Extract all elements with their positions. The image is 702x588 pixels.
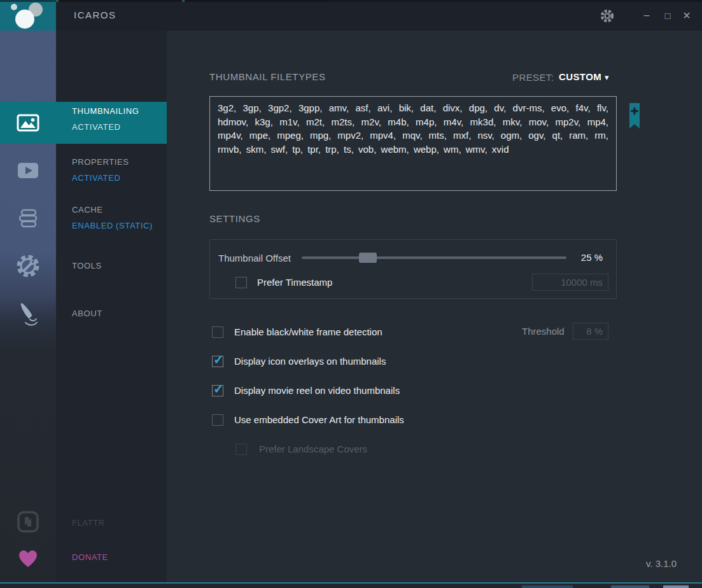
landscape-covers-label: Prefer Landscape Covers xyxy=(259,444,367,454)
prefer-timestamp-checkbox[interactable] xyxy=(235,277,247,288)
movie-reel-label: Display movie reel on video thumbnails xyxy=(234,385,400,396)
icon-overlays-checkbox[interactable]: ✓ xyxy=(212,356,223,367)
bottom-edge-artifact xyxy=(0,582,702,588)
video-icon xyxy=(17,162,39,179)
settings-gear-icon[interactable] xyxy=(600,9,614,23)
threshold-label: Threshold xyxy=(522,326,565,337)
logo-circles-icon xyxy=(0,0,56,31)
heart-icon xyxy=(17,548,39,568)
preset-label: PRESET: xyxy=(512,72,554,83)
filetypes-section-title: THUMBNAIL FILETYPES xyxy=(209,71,326,82)
timestamp-ms-input: 10000 ms xyxy=(532,274,608,291)
filetypes-textarea[interactable]: 3g2, 3gp, 3gp2, 3gpp, amv, asf, avi, bik… xyxy=(209,96,617,191)
thumbnailing-image-icon[interactable] xyxy=(17,114,39,134)
sidebar-item-properties-status: ACTIVATED xyxy=(72,173,120,183)
bw-frame-detection-checkbox[interactable] xyxy=(212,326,223,338)
sidebar-item-thumbnailing-label[interactable]: THUMBNAILING xyxy=(72,106,139,116)
sidebar-item-donate-label[interactable]: DONATE xyxy=(72,552,108,562)
flattr-logo-icon[interactable] xyxy=(17,511,39,535)
check-icon: ✓ xyxy=(213,381,224,396)
flattr-icon xyxy=(17,511,39,533)
icaros-window: ICAROS – □ ✕ xyxy=(0,0,702,588)
thumbnail-offset-value: 25 % xyxy=(570,252,603,263)
app-logo xyxy=(0,0,56,31)
tools-icon xyxy=(16,254,40,278)
donate-heart-icon[interactable] xyxy=(17,548,39,571)
settings-section-title: SETTINGS xyxy=(209,213,260,224)
about-pen-icon[interactable] xyxy=(17,302,39,330)
chevron-down-icon[interactable]: ▾ xyxy=(605,73,609,82)
top-edge-artifact xyxy=(0,0,702,2)
cache-icon xyxy=(17,209,39,228)
cover-art-label: Use embedded Cover Art for thumbnails xyxy=(234,414,404,425)
sidebar-item-tools-label[interactable]: TOOLS xyxy=(72,261,102,270)
minimize-button[interactable]: – xyxy=(638,8,655,23)
thumbnail-offset-label: Thumbnail Offset xyxy=(218,253,291,263)
icon-overlays-label: Display icon overlays on thumbnails xyxy=(234,356,386,367)
pen-icon xyxy=(17,302,39,327)
version-text: v. 3.1.0 xyxy=(636,558,677,569)
sidebar-item-about-label[interactable]: ABOUT xyxy=(72,309,102,318)
bookmark-plus-icon xyxy=(629,103,640,134)
window-title: ICAROS xyxy=(74,10,116,20)
thumbnail-offset-slider[interactable] xyxy=(302,256,566,259)
check-icon: ✓ xyxy=(213,352,224,367)
sidebar-item-properties-label[interactable]: PROPERTIES xyxy=(72,157,129,167)
cover-art-checkbox[interactable] xyxy=(212,414,223,426)
bw-frame-detection-label: Enable black/white frame detection xyxy=(234,326,383,337)
sidebar-item-cache-status: ENABLED (STATIC) xyxy=(72,221,153,230)
sidebar-item-cache-label[interactable]: CACHE xyxy=(72,205,103,214)
preset-dropdown[interactable]: CUSTOM xyxy=(559,71,601,82)
threshold-input: 8 % xyxy=(573,323,608,340)
sidebar-item-thumbnailing-status: ACTIVATED xyxy=(72,122,120,132)
image-icon xyxy=(17,114,39,132)
gear-icon xyxy=(600,9,614,23)
close-button[interactable]: ✕ xyxy=(678,8,695,23)
prefer-timestamp-label: Prefer Timestamp xyxy=(257,277,332,288)
tools-gear-icon[interactable] xyxy=(16,254,40,281)
cache-stack-icon[interactable] xyxy=(17,209,39,230)
slider-thumb[interactable] xyxy=(359,253,377,263)
properties-video-icon[interactable] xyxy=(17,162,39,182)
sidebar-item-flattr-label[interactable]: FLATTR xyxy=(72,518,105,528)
bookmark-add-icon[interactable] xyxy=(629,103,640,136)
landscape-covers-checkbox xyxy=(235,444,247,455)
maximize-button[interactable]: □ xyxy=(659,8,676,23)
movie-reel-checkbox[interactable]: ✓ xyxy=(212,385,223,396)
